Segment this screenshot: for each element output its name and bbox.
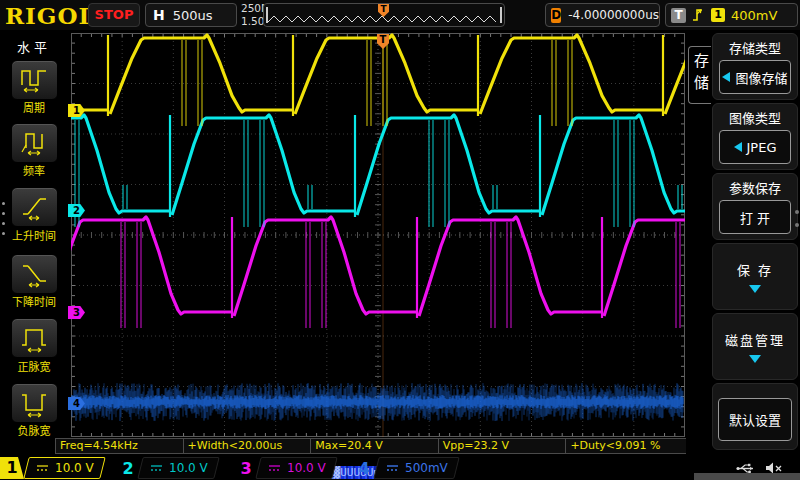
- delay-icon: D: [551, 8, 561, 23]
- ch1-status[interactable]: 1 10.0 V: [0, 456, 118, 480]
- frequency-label: 频率: [0, 162, 68, 178]
- trigger-readout-box[interactable]: T 1 400mV: [665, 3, 798, 27]
- rising-edge-icon: [692, 7, 705, 23]
- image-type-value: JPEG: [747, 140, 777, 155]
- bottom-divider: [694, 473, 800, 480]
- image-type-label: 图像类型: [713, 108, 797, 127]
- oscilloscope-screen: RIGOL STOP H 500us 250MSa/s 1.50M pts T …: [0, 0, 800, 480]
- param-save-value: 打 开: [740, 208, 770, 227]
- ch1-scale: 10.0 V: [55, 461, 94, 475]
- negative-width-measure-button[interactable]: [11, 383, 58, 423]
- rise-time-icon: [19, 192, 51, 222]
- ch3-number: 3: [236, 459, 256, 478]
- period-icon: [19, 65, 51, 95]
- ch3-scale: 10.0 V: [287, 461, 326, 475]
- ch2-number: 2: [118, 459, 138, 478]
- save-label: 保 存: [713, 260, 797, 279]
- fall-time-measure-button[interactable]: [11, 254, 58, 294]
- channel-status-bar: 1 10.0 V 2 10.0 V 3: [0, 456, 694, 480]
- positive-width-label: 正脉宽: [0, 358, 68, 374]
- rigol-logo: RIGOL: [5, 2, 96, 29]
- positive-width-measure-button[interactable]: [11, 318, 58, 358]
- trigger-source-chip: 1: [711, 8, 725, 22]
- frequency-icon: [19, 128, 51, 158]
- select-left-arrow-icon: [734, 142, 742, 152]
- run-state-badge[interactable]: STOP: [88, 3, 140, 27]
- disk-manage-label: 磁盘管理: [713, 330, 797, 349]
- positive-width-icon: [19, 323, 51, 353]
- dc-coupling-icon: [385, 463, 400, 473]
- period-measure-button[interactable]: [11, 60, 58, 100]
- horizontal-timebase-box[interactable]: H 500us: [145, 3, 237, 27]
- rise-time-label: 上升时间: [0, 227, 68, 243]
- default-setup-button: 默认设置: [718, 398, 792, 441]
- measurement-max: Max=20.4 V: [310, 438, 439, 454]
- param-save-label: 参数保存: [713, 178, 797, 197]
- dropdown-arrow-icon: [749, 285, 761, 293]
- measurement-pwidth: +Width<20.00us: [183, 438, 312, 454]
- delay-readout-box: D -4.00000000us: [545, 3, 660, 27]
- left-menu-title: 水平: [0, 37, 68, 56]
- dropdown-arrow-icon: [749, 355, 761, 363]
- timebase-value: 500us: [173, 8, 213, 23]
- measurement-vpp: Vpp=23.2 V: [438, 438, 567, 454]
- ch4-status[interactable]: 4 500mV: [354, 456, 472, 480]
- softkey-disk-manage[interactable]: 磁盘管理: [712, 313, 798, 380]
- storage-type-value: 图像存储: [735, 68, 787, 87]
- delay-value: -4.00000000us: [568, 8, 659, 22]
- ch2-scale: 10.0 V: [169, 461, 208, 475]
- dc-coupling-icon: [267, 463, 282, 473]
- negative-width-icon: [19, 388, 51, 418]
- dc-coupling-icon: [149, 463, 164, 473]
- storage-type-label: 存储类型: [713, 38, 797, 57]
- menu-page-dots: [2, 202, 5, 235]
- softkey-save[interactable]: 保 存: [712, 243, 798, 310]
- period-label: 周期: [0, 99, 68, 115]
- softkey-storage-type[interactable]: 存储类型 图像存储: [712, 33, 798, 100]
- softkey-default-setup[interactable]: 默认设置: [712, 383, 798, 450]
- waveform-memory-bar[interactable]: T: [263, 3, 505, 27]
- softkey-param-save[interactable]: 参数保存 打 开: [712, 173, 798, 240]
- fall-time-icon: [19, 259, 51, 289]
- horizontal-label: H: [153, 7, 165, 23]
- negative-width-label: 负脉宽: [0, 422, 68, 438]
- measurement-results-bar: Freq=4.54kHz +Width<20.00us Max=20.4 V V…: [56, 438, 694, 454]
- left-measure-sidebar: 水平 周期 频率 上升时间: [0, 30, 68, 456]
- frequency-measure-button[interactable]: [11, 123, 58, 163]
- fall-time-label: 下降时间: [0, 293, 68, 309]
- storage-menu: 存储类型 图像存储 图像类型 JPEG 参数保存 打 开: [712, 33, 798, 453]
- storage-menu-sidebar: 存储 存储类型 图像存储 图像类型 JPEG 参数保存 打 开: [686, 30, 800, 456]
- storage-tab: 存储: [688, 46, 711, 104]
- softkey-image-type[interactable]: 图像类型 JPEG: [712, 103, 798, 170]
- measurement-freq: Freq=4.54kHz: [55, 438, 184, 454]
- ch4-scale: 500mV: [405, 461, 448, 475]
- top-status-bar: RIGOL STOP H 500us 250MSa/s 1.50M pts T …: [0, 0, 800, 30]
- ch1-number: 1: [0, 457, 24, 479]
- ch2-status[interactable]: 2 10.0 V: [118, 456, 236, 480]
- menu-scroll-dots: [795, 210, 799, 227]
- select-left-arrow-icon: [722, 72, 730, 82]
- waveform-display: [71, 33, 685, 437]
- ch4-number: 4: [354, 459, 374, 478]
- dc-coupling-icon: [35, 463, 50, 473]
- trigger-label: T: [671, 8, 686, 23]
- trigger-level-value: 400mV: [731, 8, 777, 23]
- rise-time-measure-button[interactable]: [11, 187, 58, 227]
- ch3-status[interactable]: 3 10.0 V: [236, 456, 354, 480]
- measurement-duty: +Duty<9.091 %: [565, 438, 694, 454]
